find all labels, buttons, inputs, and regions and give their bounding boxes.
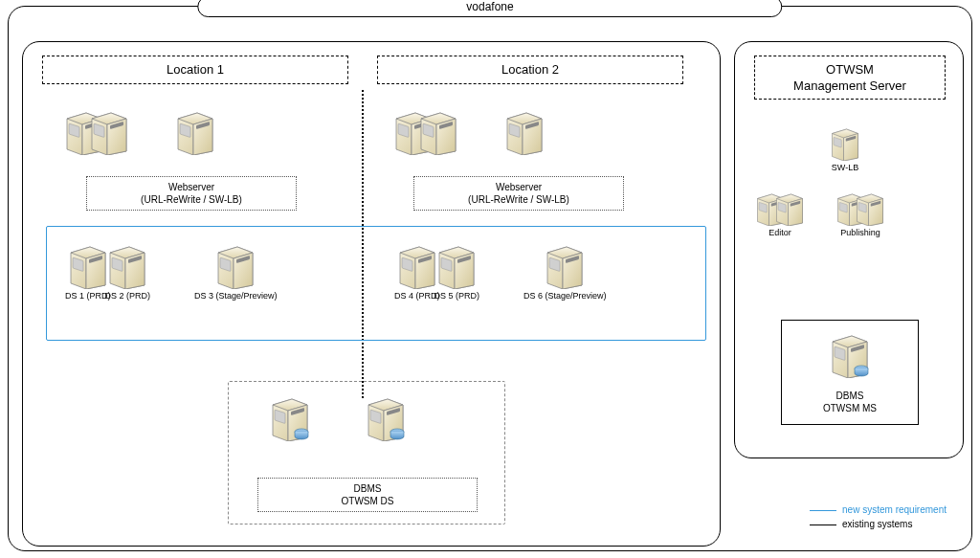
ds-group-loc1: DS 1 (PRD) DS 2 (PRD) DS 3 (Stage/Previe… [65, 243, 278, 301]
otwsm-title-line1: OTWSM [755, 62, 945, 78]
ds-group-loc2: DS 4 (PRD) DS 5 (PRD) DS 6 (Stage/Previe… [394, 243, 607, 301]
ds3: DS 3 (Stage/Preview) [194, 243, 278, 301]
server-icon [546, 243, 584, 289]
webserver-label-line1: Webserver [87, 181, 296, 193]
webserver-label-loc1: Webserver (URL-ReWrite / SW-LB) [86, 176, 297, 211]
legend-existing: existing systems [810, 519, 947, 529]
legend-new-label: new system requirement [842, 504, 947, 515]
dbms-ds-box: DBMS OTWSM DS [228, 381, 505, 525]
dbms-ms-box: DBMS OTWSM MS [781, 320, 919, 425]
location-1-header: Location 1 [42, 56, 348, 84]
location-2-header: Location 2 [377, 56, 683, 84]
dbms-ds-label-box: DBMS OTWSM DS [257, 478, 478, 512]
webserver-group-loc1 [65, 109, 214, 155]
server-icon [216, 243, 255, 289]
ds-label: DS 3 (Stage/Preview) [194, 291, 278, 301]
ds1: DS 1 (PRD) [65, 243, 111, 301]
editor-group: Editor [756, 191, 804, 237]
ds-label: DS 6 (Stage/Preview) [523, 291, 607, 301]
dbms-label-line2: OTWSM DS [258, 495, 477, 507]
ds5: DS 5 (PRD) [434, 243, 480, 301]
publishing-group: Publishing [836, 191, 884, 237]
ds6: DS 6 (Stage/Preview) [523, 243, 607, 301]
otwsm-header: OTWSM Management Server [754, 56, 946, 100]
dbms-ms-line1: DBMS [782, 390, 918, 402]
webserver-group-loc2 [394, 109, 544, 155]
ds4: DS 4 (PRD) [394, 243, 440, 301]
ds2: DS 2 (PRD) [105, 243, 151, 301]
diagram-title: vodafone [197, 0, 782, 17]
server-icon [176, 109, 214, 155]
webserver-label-line1: Webserver [414, 181, 623, 193]
server-icon [69, 243, 107, 289]
ds-label: DS 5 (PRD) [434, 291, 480, 301]
server-icon [90, 109, 128, 155]
server-icon [437, 243, 476, 289]
dbms-label-line1: DBMS [258, 482, 477, 495]
legend-new: new system requirement [810, 504, 947, 515]
db-server-icon [367, 395, 405, 441]
webserver-label-line2: (URL-ReWrite / SW-LB) [414, 193, 623, 206]
db-server-icon [831, 332, 869, 378]
dbms-ms-label: DBMS OTWSM MS [782, 390, 918, 414]
webserver-label-line2: (URL-ReWrite / SW-LB) [87, 193, 296, 206]
otwsm-title-line2: Management Server [755, 78, 945, 95]
server-icon [856, 191, 884, 226]
server-icon [419, 109, 457, 155]
swlb-label: SW-LB [832, 163, 858, 172]
db-server-icon [271, 395, 309, 441]
editor-publishing-row: Editor Publishing [756, 191, 884, 237]
legend-existing-label: existing systems [842, 519, 912, 529]
legend: new system requirement existing systems [810, 504, 947, 533]
management-zone: OTWSM Management Server SW-LB Editor Pub… [734, 41, 964, 458]
swlb: SW-LB [831, 126, 859, 172]
editor-label: Editor [768, 228, 791, 237]
ds-label: DS 1 (PRD) [65, 291, 111, 301]
server-icon [831, 126, 859, 161]
server-icon [108, 243, 146, 289]
publishing-label: Publishing [840, 228, 880, 237]
server-icon [398, 243, 436, 289]
dbms-ms-line2: OTWSM MS [782, 402, 918, 414]
server-icon [505, 109, 544, 155]
locations-zone: Location 1 Location 2 Webserver (URL-ReW… [22, 41, 721, 547]
ds-label: DS 2 (PRD) [105, 291, 151, 301]
server-icon [775, 191, 804, 226]
ds-label: DS 4 (PRD) [394, 291, 440, 301]
dbms-ds-servers [271, 395, 405, 441]
main-frame: vodafone Location 1 Location 2 Webserver… [8, 6, 972, 551]
webserver-label-loc2: Webserver (URL-ReWrite / SW-LB) [413, 176, 624, 211]
